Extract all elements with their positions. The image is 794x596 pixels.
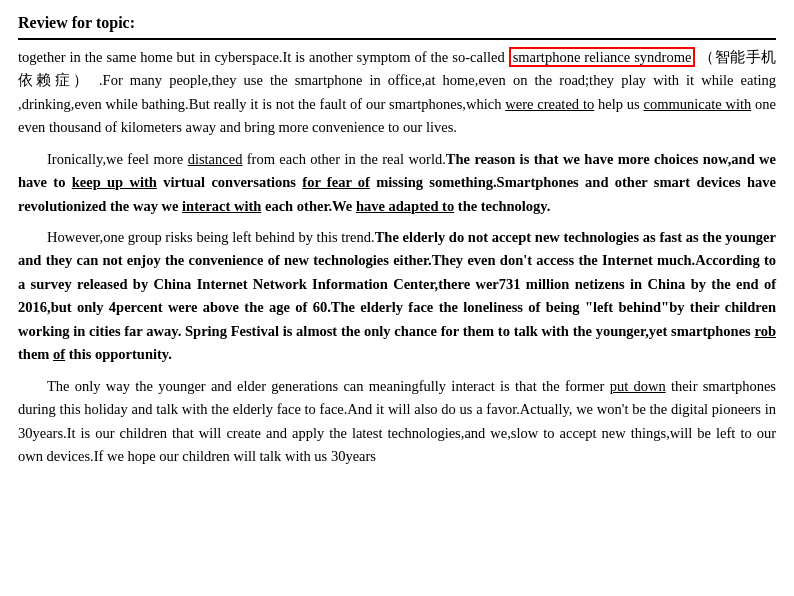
review-header: Review for topic: [18, 10, 776, 40]
underline-distanced: distanced [188, 151, 243, 167]
underline-interact: interact with [182, 198, 261, 214]
bold-elderly: The elderly do not accept new technologi… [18, 229, 776, 362]
underline-1: were created to [505, 96, 594, 112]
paragraph-1: together in the same home but in cybersp… [18, 46, 776, 140]
paragraph-3: However,one group risks being left behin… [18, 226, 776, 367]
page-container: Review for topic: together in the same h… [0, 0, 794, 596]
underline-adapted: have adapted to [356, 198, 454, 214]
review-header-text: Review for topic: [18, 14, 135, 31]
paragraph-2: Ironically,we feel more distanced from e… [18, 148, 776, 218]
highlighted-phrase: smartphone reliance syndrome [509, 47, 696, 67]
paragraph-4: The only way the younger and elder gener… [18, 375, 776, 469]
bold-reason: The reason is that we have more choices … [18, 151, 776, 214]
underline-for-fear: for fear of [302, 174, 370, 190]
underline-rob: rob [755, 323, 777, 339]
underline-of: of [53, 346, 65, 362]
underline-2: communicate with [644, 96, 752, 112]
underline-put-down: put down [610, 378, 666, 394]
underline-keep-up: keep up with [72, 174, 157, 190]
